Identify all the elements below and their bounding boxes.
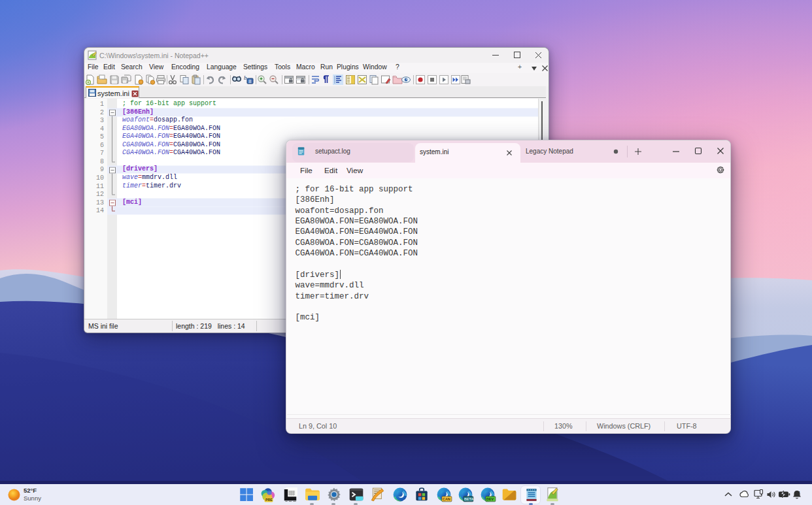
svg-text:8: 8 bbox=[248, 78, 252, 84]
svg-text:CAN: CAN bbox=[443, 497, 450, 501]
svg-text:PRE: PRE bbox=[265, 498, 273, 502]
svg-text:DEV: DEV bbox=[486, 497, 494, 501]
svg-text:z: z bbox=[798, 490, 800, 494]
svg-text:BETA: BETA bbox=[464, 497, 473, 501]
svg-text:b: b bbox=[244, 74, 247, 81]
